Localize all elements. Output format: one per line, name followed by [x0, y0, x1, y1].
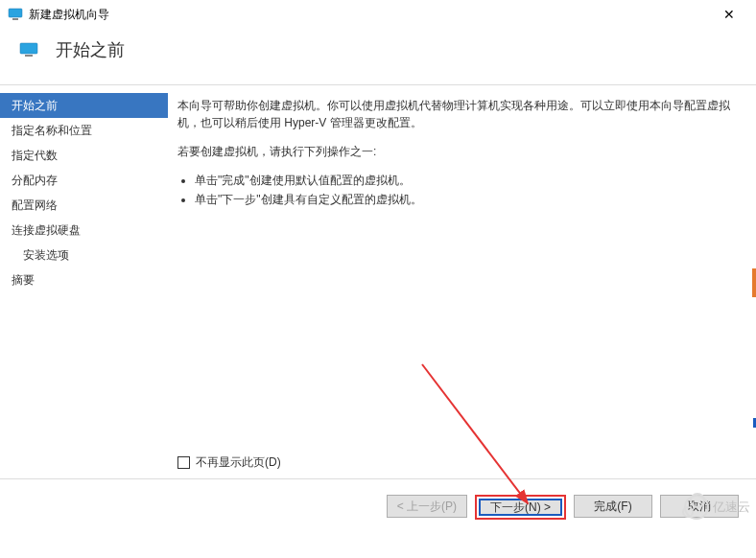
- sidebar-item-7[interactable]: 摘要: [0, 267, 168, 292]
- svg-rect-3: [25, 55, 33, 57]
- main-area: 开始之前指定名称和位置指定代数分配内存配置网络连接虚拟硬盘安装选项摘要 本向导可…: [0, 85, 756, 478]
- sidebar-item-6[interactable]: 安装选项: [0, 243, 168, 267]
- checkbox-label: 不再显示此页(D): [196, 453, 281, 471]
- next-button[interactable]: 下一步(N) >: [479, 499, 562, 516]
- sidebar-item-2[interactable]: 指定代数: [0, 143, 168, 168]
- dont-show-checkbox[interactable]: 不再显示此页(D): [177, 453, 281, 471]
- content-pane: 本向导可帮助你创建虚拟机。你可以使用虚拟机代替物理计算机实现各种用途。可以立即使…: [168, 85, 756, 478]
- bullet-1: 单击"下一步"创建具有自定义配置的虚拟机。: [195, 191, 739, 208]
- sidebar-item-3[interactable]: 分配内存: [0, 168, 168, 193]
- svg-rect-0: [9, 9, 22, 17]
- app-icon: [8, 7, 23, 22]
- title-bar: 新建虚拟机向导 ✕: [0, 0, 756, 29]
- prompt-text: 若要创建虚拟机，请执行下列操作之一:: [177, 143, 739, 160]
- page-heading: 开始之前: [56, 38, 125, 61]
- sidebar-item-5[interactable]: 连接虚拟硬盘: [0, 218, 168, 243]
- window-title: 新建虚拟机向导: [29, 7, 710, 23]
- scroll-indicator: [752, 268, 756, 297]
- svg-rect-2: [20, 43, 37, 54]
- wizard-header: 开始之前: [0, 29, 756, 85]
- cancel-button[interactable]: 取消: [660, 495, 739, 518]
- sidebar-item-4[interactable]: 配置网络: [0, 193, 168, 218]
- bullet-0: 单击"完成"创建使用默认值配置的虚拟机。: [195, 172, 739, 189]
- finish-button[interactable]: 完成(F): [574, 495, 652, 518]
- prev-button: < 上一步(P): [387, 495, 467, 518]
- header-icon: [19, 42, 38, 58]
- wizard-steps-sidebar: 开始之前指定名称和位置指定代数分配内存配置网络连接虚拟硬盘安装选项摘要: [0, 85, 168, 478]
- svg-rect-1: [12, 18, 18, 20]
- bullet-list: 单击"完成"创建使用默认值配置的虚拟机。单击"下一步"创建具有自定义配置的虚拟机…: [195, 172, 739, 208]
- sidebar-item-1[interactable]: 指定名称和位置: [0, 118, 168, 143]
- close-button[interactable]: ✕: [710, 7, 748, 22]
- wizard-footer: < 上一步(P) 下一步(N) > 完成(F) 取消: [0, 478, 756, 520]
- sidebar-item-0[interactable]: 开始之前: [0, 93, 168, 118]
- intro-text: 本向导可帮助你创建虚拟机。你可以使用虚拟机代替物理计算机实现各种用途。可以立即使…: [177, 97, 739, 131]
- next-button-highlight: 下一步(N) >: [475, 495, 566, 520]
- checkbox-icon[interactable]: [177, 456, 190, 469]
